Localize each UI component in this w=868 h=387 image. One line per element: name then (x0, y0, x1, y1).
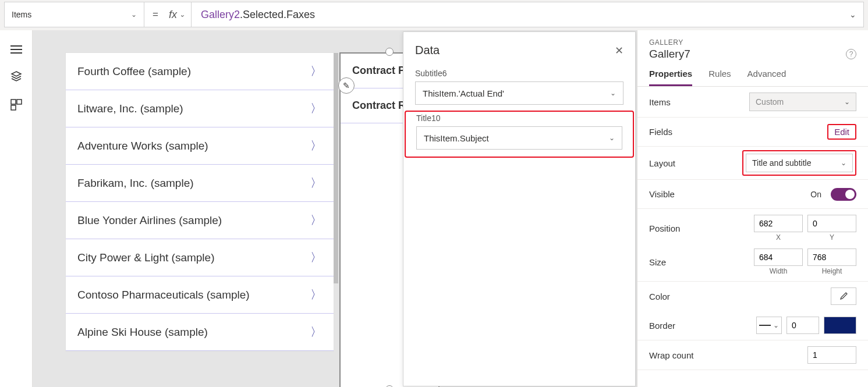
data-panel-title: Data (415, 44, 440, 57)
border-style-dropdown[interactable]: ⌄ (756, 317, 782, 334)
left-rail (0, 30, 33, 387)
gallery-accounts[interactable]: Fourth Coffee (sample)〉 Litware, Inc. (s… (65, 52, 334, 352)
properties-panel: GALLERY Gallery7 ? Properties Rules Adva… (637, 30, 868, 387)
svg-rect-6 (11, 105, 16, 110)
tab-properties[interactable]: Properties (649, 69, 692, 86)
close-icon[interactable]: ✕ (615, 44, 623, 57)
formula-bar: Items ⌄ = fx ⌄ Gallery2.Selected.Faxes ⌄ (4, 2, 864, 27)
chevron-right-icon[interactable]: 〉 (310, 63, 322, 79)
prop-size: Size Width Height (637, 243, 868, 282)
fields-edit-highlight: Edit (827, 124, 856, 140)
title10-group-highlight: Title10 ThisItem.Subject ⌄ (405, 111, 634, 158)
data-panel: Data ✕ Subtitle6 ThisItem.'Actual End' ⌄… (403, 31, 636, 386)
border-color-picker[interactable] (824, 317, 856, 334)
formula-token-rest: .Selected.Faxes (240, 9, 315, 20)
chevron-right-icon[interactable]: 〉 (310, 101, 322, 116)
tab-rules[interactable]: Rules (708, 69, 731, 86)
layout-highlight: Title and subtitle ⌄ (742, 150, 856, 176)
list-item[interactable]: Blue Yonder Airlines (sample)〉 (66, 202, 334, 239)
wrap-count-input[interactable] (807, 346, 856, 364)
chevron-down-icon: ⌄ (179, 10, 185, 19)
expand-formula-icon[interactable]: ⌄ (842, 10, 863, 19)
chevron-down-icon: ⌄ (609, 134, 615, 142)
prop-border: Border ⌄ (637, 311, 868, 340)
selection-handle[interactable] (385, 48, 394, 56)
formula-token-gallery: Gallery2 (201, 9, 240, 20)
border-width-input[interactable] (786, 317, 819, 334)
info-icon[interactable]: ? (846, 49, 856, 59)
prop-visible: Visible On (637, 180, 868, 209)
fields-edit-link[interactable]: Edit (834, 127, 849, 137)
title10-dropdown[interactable]: ThisItem.Subject ⌄ (416, 126, 622, 150)
subtitle6-label: Subtitle6 (415, 69, 623, 78)
items-dropdown[interactable]: Custom ⌄ (749, 93, 856, 111)
prop-wrap-count: Wrap count (637, 340, 868, 370)
list-item[interactable]: Fabrikam, Inc. (sample)〉 (66, 165, 334, 202)
equals-sign: = (144, 9, 166, 20)
chevron-down-icon: ⌄ (841, 159, 846, 167)
components-icon[interactable] (10, 99, 22, 112)
list-item[interactable]: City Power & Light (sample)〉 (66, 239, 334, 276)
chevron-right-icon[interactable]: 〉 (310, 212, 322, 228)
size-width-input[interactable] (754, 248, 803, 266)
chevron-right-icon[interactable]: 〉 (310, 138, 322, 154)
subtitle6-dropdown[interactable]: ThisItem.'Actual End' ⌄ (415, 81, 623, 105)
prop-position: Position X Y (637, 209, 868, 243)
svg-rect-5 (17, 100, 22, 104)
main-area: Fourth Coffee (sample)〉 Litware, Inc. (s… (0, 30, 868, 387)
property-dropdown-label: Items (12, 10, 31, 19)
visible-toggle[interactable] (831, 188, 856, 201)
control-name: Gallery7 (649, 48, 690, 61)
hamburger-icon[interactable] (10, 45, 22, 55)
fx-label: fx (169, 9, 177, 21)
chevron-right-icon[interactable]: 〉 (310, 175, 322, 191)
chevron-right-icon[interactable]: 〉 (310, 324, 322, 340)
layers-icon[interactable] (10, 70, 22, 84)
list-item[interactable]: Fourth Coffee (sample)〉 (66, 53, 334, 90)
list-item[interactable]: Contoso Pharmaceuticals (sample)〉 (66, 276, 334, 314)
title10-label: Title10 (416, 113, 622, 123)
property-dropdown[interactable]: Items ⌄ (5, 2, 144, 27)
list-item[interactable]: Adventure Works (sample)〉 (66, 127, 334, 165)
scrollbar[interactable] (334, 53, 338, 283)
chevron-down-icon: ⌄ (773, 321, 779, 329)
chevron-right-icon[interactable]: 〉 (310, 287, 322, 303)
layout-dropdown[interactable]: Title and subtitle ⌄ (746, 154, 853, 172)
prop-items: Items Custom ⌄ (637, 87, 868, 118)
tab-advanced[interactable]: Advanced (747, 69, 786, 86)
chevron-down-icon: ⌄ (610, 89, 616, 97)
canvas[interactable]: Fourth Coffee (sample)〉 Litware, Inc. (s… (33, 30, 637, 387)
properties-tabs: Properties Rules Advanced (637, 64, 868, 87)
control-type-label: GALLERY (649, 38, 856, 47)
position-y-input[interactable] (807, 215, 856, 232)
formula-input[interactable]: Gallery2.Selected.Faxes (192, 2, 842, 27)
prop-layout: Layout Title and subtitle ⌄ (637, 147, 868, 180)
prop-color: Color (637, 282, 868, 311)
list-item[interactable]: Litware, Inc. (sample)〉 (66, 90, 334, 127)
svg-marker-3 (12, 72, 21, 76)
color-picker[interactable] (831, 287, 856, 305)
svg-rect-4 (11, 100, 16, 104)
prop-fields: Fields Edit (637, 118, 868, 147)
list-item[interactable]: Alpine Ski House (sample)〉 (66, 314, 334, 351)
size-height-input[interactable] (807, 248, 856, 266)
chevron-down-icon: ⌄ (131, 10, 137, 19)
chevron-right-icon[interactable]: 〉 (310, 250, 322, 265)
fx-indicator[interactable]: fx ⌄ (166, 2, 192, 27)
pencil-edit-icon[interactable]: ✎ (338, 77, 355, 94)
chevron-down-icon: ⌄ (844, 98, 850, 106)
position-x-input[interactable] (754, 215, 803, 232)
